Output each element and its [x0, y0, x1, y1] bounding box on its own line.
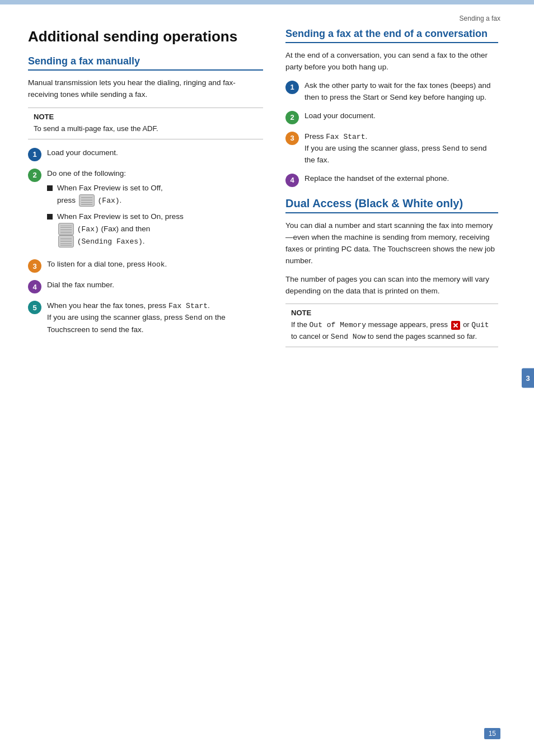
step-content-3: To listen for a dial tone, press Hook. — [47, 259, 263, 270]
conv-step-num-4: 4 — [285, 174, 299, 187]
conv-step-1: 1 Ask the other party to wait for the fa… — [285, 80, 498, 104]
dual-note-text: If the Out of Memory message appears, pr… — [291, 319, 493, 342]
conv-step-content-1: Ask the other party to wait for the fax … — [305, 80, 498, 104]
dual-access-intro2: The number of pages you can scan into th… — [285, 274, 498, 297]
dual-access-title: Dual Access (Black & White only) — [285, 197, 498, 213]
step-item-3: 3 To listen for a dial tone, press Hook. — [28, 259, 263, 273]
step-num-4: 4 — [28, 280, 41, 293]
bullet-square-1 — [47, 185, 53, 191]
page-header: Sending a fax — [0, 4, 534, 22]
conversation-steps-list: 1 Ask the other party to wait for the fa… — [285, 80, 498, 187]
dual-note-label: NOTE — [291, 309, 493, 317]
left-note-text: To send a multi-page fax, use the ADF. — [34, 123, 257, 134]
bullet1-text: When Fax Preview is set to Off, press (F… — [57, 183, 163, 207]
quit-code: Quit — [471, 321, 489, 329]
conv-step-content-2: Load your document. — [305, 110, 498, 122]
step-num-1: 1 — [28, 148, 41, 161]
dual-access-intro1: You can dial a number and start scanning… — [285, 220, 498, 267]
conv-step-content-3: Press Fax Start. If you are using the sc… — [305, 131, 498, 166]
bullet-list: When Fax Preview is set to Off, press (F… — [47, 183, 263, 248]
left-note-box: NOTE To send a multi-page fax, use the A… — [28, 108, 263, 139]
top-bar — [0, 0, 534, 4]
step-content-2: Do one of the following: When Fax Previe… — [47, 168, 263, 253]
left-intro: Manual transmission lets you hear the di… — [28, 77, 263, 101]
out-of-memory-code: Out of Memory — [310, 321, 366, 329]
conv-step-3: 3 Press Fax Start. If you are using the … — [285, 131, 498, 166]
dual-access-note-box: NOTE If the Out of Memory message appear… — [285, 304, 498, 347]
step-item-1: 1 Load your document. — [28, 147, 263, 161]
conv-step-content-4: Replace the handset of the external phon… — [305, 173, 498, 185]
side-tab: 3 — [522, 368, 534, 388]
fax-icon-2 — [58, 223, 74, 235]
right-column: Sending a fax at the end of a conversati… — [285, 28, 498, 355]
header-text: Sending a fax — [460, 15, 500, 22]
step-num-2: 2 — [28, 169, 41, 182]
step-content-4: Dial the fax number. — [47, 279, 263, 291]
hook-code: Hook — [147, 260, 165, 269]
conv-step-4: 4 Replace the handset of the external ph… — [285, 173, 498, 187]
send-now-code: Send Now — [331, 333, 366, 341]
bullet2-text: When Fax Preview is set to On, press (Fa… — [57, 211, 184, 248]
send-code-1: Send — [185, 314, 202, 322]
bullet-item-1: When Fax Preview is set to Off, press (F… — [47, 183, 263, 207]
sending-icon — [58, 235, 74, 248]
conv-step-num-2: 2 — [285, 111, 299, 124]
page-number: 15 — [484, 728, 500, 739]
fax-icon-1 — [79, 194, 95, 207]
fax-start-code-2: Fax Start — [326, 133, 365, 141]
left-note-label: NOTE — [34, 113, 257, 121]
content-wrapper: Additional sending operations Sending a … — [0, 22, 534, 377]
bullet-item-2: When Fax Preview is set to On, press (Fa… — [47, 211, 263, 248]
left-section-title: Sending a fax manually — [28, 55, 263, 71]
bullet-square-2 — [47, 214, 53, 220]
step-num-3: 3 — [28, 259, 41, 273]
conversation-title: Sending a fax at the end of a conversati… — [285, 28, 498, 43]
x-icon — [451, 321, 460, 330]
left-column: Additional sending operations Sending a … — [28, 28, 263, 355]
step-content-1: Load your document. — [47, 147, 263, 159]
fax-start-code-1: Fax Start — [168, 302, 208, 310]
step-item-4: 4 Dial the fax number. — [28, 279, 263, 293]
step-num-5: 5 — [28, 301, 41, 314]
step-item-5: 5 When you hear the fax tones, press Fax… — [28, 300, 263, 335]
step-item-2: 2 Do one of the following: When Fax Prev… — [28, 168, 263, 253]
send-code-2: Send — [442, 144, 460, 153]
conv-step-2: 2 Load your document. — [285, 110, 498, 124]
left-steps-list: 1 Load your document. 2 Do one of the fo… — [28, 147, 263, 336]
page-footer: 15 — [484, 728, 500, 739]
step-content-5: When you hear the fax tones, press Fax S… — [47, 300, 263, 335]
conv-step-num-3: 3 — [285, 132, 299, 145]
conversation-intro: At the end of a conversation, you can se… — [285, 50, 498, 73]
main-title: Additional sending operations — [28, 28, 263, 45]
conv-step-num-1: 1 — [285, 81, 299, 94]
